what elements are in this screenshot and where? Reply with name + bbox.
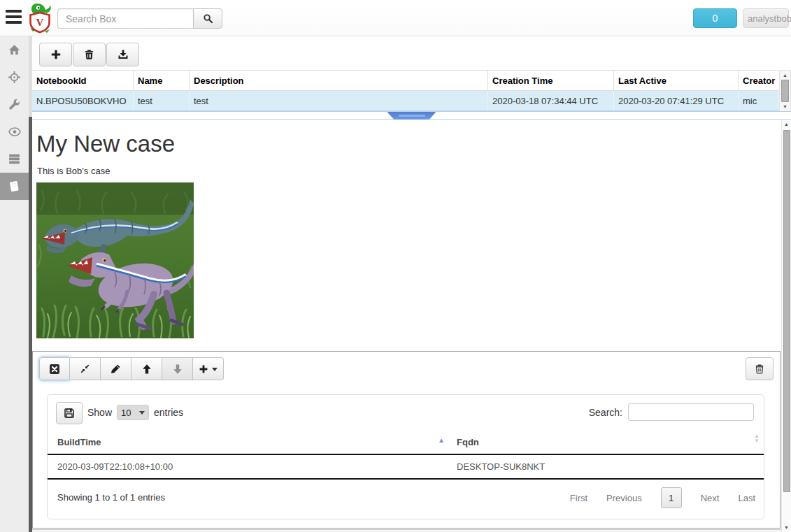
scrollbar-thumb[interactable]	[781, 80, 789, 102]
delete-notebook-button[interactable]	[73, 43, 106, 66]
cell-toolbar	[39, 357, 774, 381]
sidebar-item-home[interactable]	[0, 36, 29, 64]
edit-cell-button[interactable]	[101, 357, 131, 380]
server-list-icon	[8, 153, 20, 165]
col-header-description: Description	[190, 71, 488, 90]
select-caret-icon	[139, 411, 145, 417]
wrench-icon	[8, 99, 20, 110]
move-cell-down-button[interactable]	[162, 357, 193, 380]
save-table-button[interactable]	[56, 402, 83, 424]
cell-buildtime: 2020-03-09T22:10:08+10:00	[48, 461, 446, 472]
col-header-creator: Creator	[739, 71, 779, 90]
close-square-icon	[49, 364, 60, 375]
cell-creator: mic	[739, 91, 779, 110]
pagination-last[interactable]: Last	[738, 493, 755, 503]
trash-icon	[84, 49, 94, 60]
velociraptor-logo: V	[27, 3, 52, 34]
page-size-select[interactable]: 10	[117, 405, 149, 420]
cell-button-group	[39, 357, 224, 380]
cell-description: test	[190, 91, 488, 110]
trash-icon	[755, 364, 764, 374]
scroll-down-icon[interactable]: ▼	[783, 102, 788, 111]
notebook-description: This is Bob's case	[37, 166, 110, 176]
arrow-down-icon	[172, 364, 183, 375]
pagination-page-1[interactable]: 1	[661, 487, 682, 508]
cancel-cell-button[interactable]	[39, 357, 70, 380]
notebooks-table-scrollbar[interactable]: ▲ ▼	[779, 70, 791, 115]
notebooks-toolbar	[39, 43, 139, 66]
table-search-control: Search:	[589, 403, 754, 421]
search-label: Search:	[589, 407, 622, 418]
sidebar-item-server[interactable]	[0, 145, 29, 173]
scroll-up-icon[interactable]: ▲	[783, 71, 788, 80]
sidebar-item-view[interactable]	[0, 118, 29, 145]
panel-resize-gutter[interactable]	[29, 117, 32, 532]
notebooks-table: NotebookId Name Description Creation Tim…	[32, 70, 779, 111]
sidebar	[0, 36, 29, 532]
col-header-name: Name	[134, 71, 190, 90]
notebook-icon	[8, 180, 20, 192]
notebook-cell[interactable]: Show 10 entries Search: BuildTime ▲ Fqdn…	[32, 351, 781, 529]
splitter-collapse-handle[interactable]	[387, 112, 436, 120]
notebook-row-selected[interactable]: N.BPOSU50BOKVHO test test 2020-03-18 07:…	[32, 91, 779, 111]
col-header-fqdn[interactable]: Fqdn	[446, 437, 764, 447]
delete-cell-button[interactable]	[746, 357, 774, 380]
scroll-up-icon[interactable]: ▲	[784, 120, 789, 129]
page-size-control: Show 10 entries	[87, 405, 183, 420]
cell-fqdn: DESKTOP-SUK8NKT	[446, 461, 764, 472]
search-icon	[203, 13, 213, 24]
eye-icon	[8, 127, 21, 137]
cell-last-active: 2020-03-20 07:41:29 UTC	[614, 91, 739, 110]
result-table-footer: Showing 1 to 1 of 1 entries First Previo…	[48, 480, 764, 516]
table-info: Showing 1 to 1 of 1 entries	[57, 492, 165, 503]
table-controls: Show 10 entries Search:	[48, 395, 764, 430]
sidebar-item-hunts[interactable]	[0, 64, 29, 91]
notebooks-table-header: NotebookId Name Description Creation Tim…	[32, 70, 779, 91]
plus-icon	[199, 364, 208, 374]
cell-name: test	[134, 91, 190, 110]
add-cell-dropdown-button[interactable]	[193, 357, 224, 380]
pagination-next[interactable]: Next	[701, 493, 720, 503]
collapse-cell-button[interactable]	[70, 357, 101, 380]
scrollbar-thumb[interactable]	[783, 130, 790, 492]
pagination-first[interactable]: First	[570, 493, 587, 503]
notebook-content-pane: My New case This is Bob's case	[32, 120, 781, 530]
sidebar-item-notebooks[interactable]	[0, 173, 29, 200]
sort-both-icon: ▲▼	[754, 433, 760, 443]
entries-label: entries	[154, 407, 183, 418]
global-search-input[interactable]	[57, 8, 193, 29]
pencil-icon	[111, 364, 121, 374]
col-header-buildtime[interactable]: BuildTime	[48, 437, 446, 447]
col-header-creation-time: Creation Time	[488, 71, 614, 90]
horizontal-splitter[interactable]	[32, 111, 791, 120]
result-table-header: BuildTime ▲ Fqdn ▲▼	[48, 430, 764, 455]
plus-icon	[50, 49, 62, 60]
table-search-input[interactable]	[628, 403, 754, 421]
col-header-last-active: Last Active	[614, 71, 739, 90]
user-menu-button[interactable]: analystbob	[743, 8, 789, 28]
splitter-handle-highlight	[399, 115, 425, 117]
notebook-pane-scrollbar[interactable]: ▲ ▼	[781, 120, 791, 532]
sidebar-item-artifacts[interactable]	[0, 91, 29, 118]
top-navbar: V 0 analystbob	[0, 0, 791, 36]
notifications-button[interactable]: 0	[693, 8, 737, 28]
export-notebook-button[interactable]	[106, 43, 139, 66]
floppy-disk-icon	[64, 408, 75, 419]
scroll-down-icon[interactable]: ▼	[784, 523, 789, 532]
pagination: First Previous 1 Next Last	[570, 480, 755, 516]
global-search-button[interactable]	[193, 8, 222, 29]
svg-text:V: V	[36, 17, 44, 28]
cell-creation-time: 2020-03-18 07:34:44 UTC	[488, 91, 614, 110]
move-cell-up-button[interactable]	[131, 357, 162, 380]
hamburger-menu-icon[interactable]	[6, 10, 22, 27]
col-header-notebookid: NotebookId	[32, 71, 134, 90]
cell-result-table: Show 10 entries Search: BuildTime ▲ Fqdn…	[47, 394, 764, 519]
result-table-row[interactable]: 2020-03-09T22:10:08+10:00 DESKTOP-SUK8NK…	[48, 455, 764, 480]
new-notebook-button[interactable]	[39, 43, 72, 66]
cell-notebookid: N.BPOSU50BOKVHO	[32, 91, 134, 110]
pagination-previous[interactable]: Previous	[606, 493, 642, 503]
sort-ascending-icon: ▲	[438, 436, 445, 444]
notebook-title: My New case	[36, 131, 175, 157]
page-size-value: 10	[121, 408, 131, 418]
caret-down-icon	[212, 368, 218, 374]
